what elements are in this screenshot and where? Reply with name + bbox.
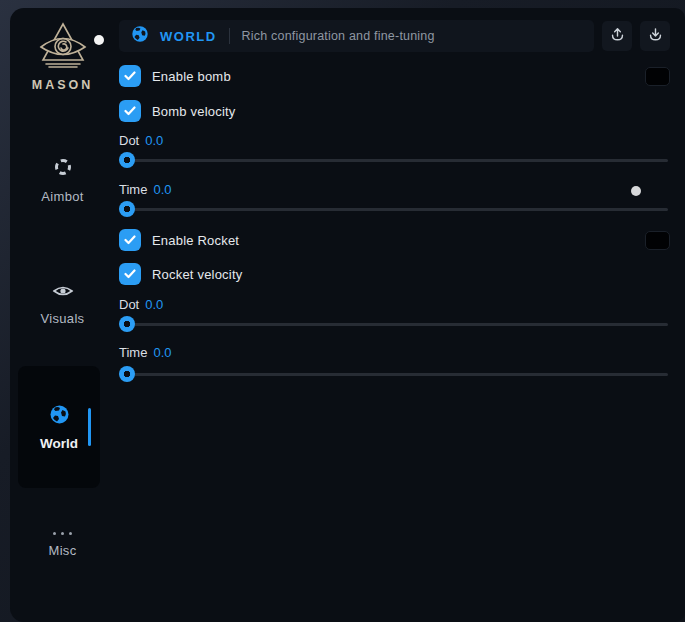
world-tab-content: WORLD Rich configuration and fine-tuning [119, 20, 670, 382]
rocket-dot-slider-group: Dot0.0 [119, 297, 670, 332]
sidebar-item-aimbot[interactable]: Aimbot [10, 157, 115, 204]
active-tab-indicator [88, 408, 91, 446]
bomb-time-slider[interactable] [119, 201, 670, 217]
check-icon [124, 231, 136, 249]
slider-value: 0.0 [145, 297, 163, 312]
sidebar-item-world-selected[interactable]: World [18, 366, 100, 488]
divider [229, 28, 230, 44]
download-icon [647, 26, 664, 47]
slider-thumb[interactable] [119, 201, 135, 217]
sidebar-item-label: World [40, 436, 78, 451]
export-config-button[interactable] [602, 21, 632, 51]
eye-icon [52, 283, 74, 303]
upload-icon [609, 26, 626, 47]
bomb-velocity-checkbox[interactable] [119, 100, 141, 122]
checkbox-label: Enable Rocket [152, 233, 239, 248]
import-config-button[interactable] [640, 21, 670, 51]
rocket-time-slider[interactable] [119, 366, 670, 382]
bomb-dot-slider-group: Dot0.0 [119, 133, 670, 168]
page-subtitle: Rich configuration and fine-tuning [242, 29, 435, 43]
slider-value: 0.0 [145, 133, 163, 148]
ellipsis-icon [53, 532, 72, 535]
crosshair-icon [53, 157, 73, 181]
slider-label: Time [119, 182, 147, 197]
sidebar-item-label: Misc [49, 543, 77, 558]
checkbox-label: Rocket velocity [152, 267, 242, 282]
logo: MASON [10, 20, 115, 92]
enable-bomb-checkbox[interactable] [119, 65, 141, 87]
cursor-dot [94, 35, 104, 45]
slider-value: 0.0 [153, 182, 171, 197]
slider-thumb[interactable] [119, 366, 135, 382]
control-row-rocket-velocity: Rocket velocity [119, 263, 670, 285]
sidebar-item-misc[interactable]: Misc [10, 532, 115, 558]
control-row-enable-rocket: Enable Rocket [119, 229, 670, 251]
check-icon [124, 102, 136, 120]
bomb-dot-slider[interactable] [119, 152, 670, 168]
check-icon [124, 265, 136, 283]
globe-icon [131, 25, 149, 47]
slider-track[interactable] [119, 373, 668, 376]
slider-track[interactable] [119, 323, 668, 326]
sidebar: MASON Aimbot Visuals [10, 8, 115, 622]
slider-thumb[interactable] [119, 152, 135, 168]
page-title: WORLD [160, 29, 217, 44]
mason-menu-window: MASON Aimbot Visuals [10, 8, 685, 622]
slider-track[interactable] [119, 208, 668, 211]
rocket-dot-slider[interactable] [119, 316, 670, 332]
globe-icon [49, 404, 70, 429]
slider-label: Dot [119, 297, 139, 312]
header-bar: WORLD Rich configuration and fine-tuning [119, 20, 594, 52]
slider-label: Dot [119, 133, 139, 148]
checkbox-label: Bomb velocity [152, 104, 236, 119]
enable-rocket-color-swatch[interactable] [645, 231, 670, 250]
check-icon [124, 67, 136, 85]
slider-label: Time [119, 345, 147, 360]
rocket-time-slider-group: Time0.0 [119, 345, 670, 382]
page-header: WORLD Rich configuration and fine-tuning [119, 20, 670, 52]
sidebar-item-label: Visuals [41, 311, 85, 326]
control-row-enable-bomb: Enable bomb [119, 65, 670, 87]
slider-value: 0.0 [153, 345, 171, 360]
control-row-bomb-velocity: Bomb velocity [119, 100, 670, 122]
slider-label-row: Time0.0 [119, 345, 670, 360]
bomb-time-slider-group: Time0.0 [119, 182, 670, 217]
sidebar-item-label: Aimbot [41, 189, 83, 204]
slider-label-row: Dot0.0 [119, 297, 670, 312]
enable-bomb-color-swatch[interactable] [645, 67, 670, 86]
enable-rocket-checkbox[interactable] [119, 229, 141, 251]
slider-label-row: Dot0.0 [119, 133, 670, 148]
checkbox-label: Enable bomb [152, 69, 231, 84]
cursor-dot-secondary [631, 186, 641, 196]
slider-track[interactable] [119, 159, 668, 162]
masonic-eye-logo-icon [10, 20, 115, 76]
sidebar-item-visuals[interactable]: Visuals [10, 283, 115, 326]
rocket-velocity-checkbox[interactable] [119, 263, 141, 285]
slider-thumb[interactable] [119, 316, 135, 332]
slider-label-row: Time0.0 [119, 182, 670, 197]
logo-text: MASON [10, 78, 115, 92]
